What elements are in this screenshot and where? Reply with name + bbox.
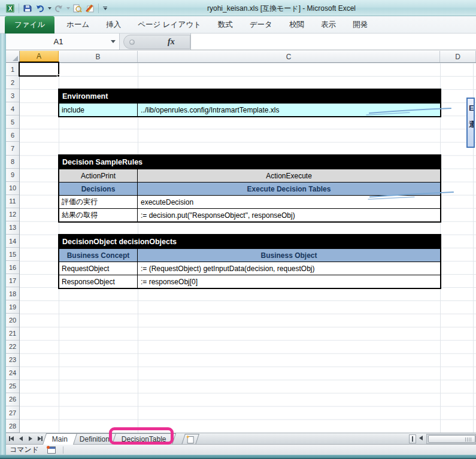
undo-dropdown-icon[interactable] xyxy=(48,7,51,10)
scrollbar-thumb[interactable] xyxy=(428,435,475,443)
status-bar: コマンド xyxy=(6,444,476,455)
next-sheet-icon[interactable] xyxy=(26,434,35,443)
cell-c[interactable]: Business Object xyxy=(138,249,440,262)
row-header-20[interactable]: 20 xyxy=(6,314,19,327)
cell-c[interactable]: executeDecision xyxy=(138,196,440,208)
name-box[interactable]: A1 xyxy=(6,34,120,50)
rule-table-3: DecisionObject decisionObjectsBusiness C… xyxy=(58,234,441,289)
cell-b[interactable]: include xyxy=(59,104,138,116)
column-header-A[interactable]: A xyxy=(20,51,59,62)
function-dot-icon xyxy=(129,39,135,45)
ribbon-tab-挿入[interactable]: 挿入 xyxy=(98,16,129,34)
row-header-24[interactable]: 24 xyxy=(6,367,19,380)
row-header-9[interactable]: 9 xyxy=(6,169,19,182)
row-header-27[interactable]: 27 xyxy=(6,406,19,420)
design-mode-icon[interactable] xyxy=(84,3,95,14)
customize-toolbar-icon[interactable] xyxy=(102,5,108,11)
ribbon-tab-ファイル[interactable]: ファイル xyxy=(5,16,54,34)
sheet-tab-label: DecisionTable xyxy=(122,435,166,443)
title-bar[interactable]: X ryohi_k xyxy=(0,0,476,16)
window-frame-bottom xyxy=(0,455,476,459)
row-header-17[interactable]: 17 xyxy=(6,274,19,287)
cell-c[interactable]: := responseObj[0] xyxy=(138,275,440,288)
ribbon-tab-データ[interactable]: データ xyxy=(241,16,281,34)
print-preview-icon[interactable] xyxy=(72,3,83,14)
select-all-corner[interactable] xyxy=(6,51,20,63)
sheet-tab-bar: MainDefinitionDecisionTable xyxy=(6,433,476,444)
cell-c[interactable]: ../lib/openrules.config/IntramartTemplat… xyxy=(138,104,440,116)
window-frame-left xyxy=(0,34,6,455)
fx-button[interactable]: fx xyxy=(168,37,175,47)
undo-icon[interactable] xyxy=(35,3,46,14)
cell-c[interactable]: Execute Decision Tables xyxy=(138,183,440,195)
cell-b[interactable]: 評価の実行 xyxy=(59,196,138,208)
cell-c[interactable]: := (RequestObject) getInputData(decision… xyxy=(138,262,440,275)
ribbon-tab-表示[interactable]: 表示 xyxy=(313,16,344,34)
cell-b[interactable]: Business Concept xyxy=(59,249,138,262)
row-header-7[interactable]: 7 xyxy=(6,142,19,155)
row-header-16[interactable]: 16 xyxy=(6,261,19,274)
table-row: RequestObject:= (RequestObject) getInput… xyxy=(59,262,440,275)
note-fragment: 遷 xyxy=(469,118,475,131)
ribbon-tab-bar: ファイルホーム挿入ページ レイアウト数式データ校閲表示開発 xyxy=(0,16,476,34)
row-header-2[interactable]: 2 xyxy=(6,76,19,89)
column-header-C[interactable]: C xyxy=(138,51,440,62)
redo-dropdown-icon[interactable] xyxy=(66,7,70,10)
cell-b[interactable]: ResponseObject xyxy=(59,275,138,288)
horizontal-scrollbar[interactable] xyxy=(426,434,476,444)
row-header-12[interactable]: 12 xyxy=(6,208,19,221)
save-icon[interactable] xyxy=(22,3,33,14)
column-header-B[interactable]: B xyxy=(59,51,138,62)
ribbon-tab-開発[interactable]: 開発 xyxy=(344,16,376,34)
row-header-10[interactable]: 10 xyxy=(6,182,19,195)
ribbon-tab-ページ レイアウト[interactable]: ページ レイアウト xyxy=(129,16,210,34)
insert-worksheet-tab[interactable] xyxy=(181,434,199,445)
insert-worksheet-icon xyxy=(187,436,193,443)
cell-c[interactable]: ActionExecute xyxy=(138,169,440,182)
first-sheet-icon[interactable] xyxy=(7,434,16,443)
macro-record-icon[interactable] xyxy=(47,446,56,454)
cell-b[interactable]: Decisions xyxy=(59,183,138,195)
row-header-6[interactable]: 6 xyxy=(6,129,19,142)
row-header-28[interactable]: 28 xyxy=(6,420,19,433)
cell-c[interactable]: := decision.put("ResponseObject", respon… xyxy=(138,209,440,221)
fill-handle[interactable] xyxy=(57,74,60,77)
ribbon-tab-ホーム[interactable]: ホーム xyxy=(58,16,98,34)
excel-logo-icon[interactable]: X xyxy=(5,3,16,14)
cell-b[interactable]: RequestObject xyxy=(59,262,138,275)
row-header-25[interactable]: 25 xyxy=(6,380,19,393)
table-title: Decision SampleRules xyxy=(59,156,440,169)
row-header-1[interactable]: 1 xyxy=(6,63,19,76)
scroll-left-icon[interactable] xyxy=(419,436,423,440)
row-header-21[interactable]: 21 xyxy=(6,327,19,341)
table-row: Business ConceptBusiness Object xyxy=(59,248,440,262)
row-header-23[interactable]: 23 xyxy=(6,354,19,367)
row-header-14[interactable]: 14 xyxy=(6,235,19,248)
row-header-5[interactable]: 5 xyxy=(6,115,19,129)
row-header-4[interactable]: 4 xyxy=(6,102,19,115)
name-box-dropdown-icon[interactable] xyxy=(111,40,116,43)
redo-icon[interactable] xyxy=(53,3,64,14)
row-header-13[interactable]: 13 xyxy=(6,221,19,235)
window-title: ryohi_keisan.xls [互換モード] - Microsoft Exc… xyxy=(207,4,356,14)
formula-input[interactable] xyxy=(190,34,476,50)
ribbon-tab-数式[interactable]: 数式 xyxy=(210,16,241,34)
row-header-18[interactable]: 18 xyxy=(6,287,19,300)
row-header-19[interactable]: 19 xyxy=(6,300,19,314)
row-header-3[interactable]: 3 xyxy=(6,89,19,102)
column-header-D[interactable]: D xyxy=(440,51,476,62)
sheet-tab-Main[interactable]: Main xyxy=(43,433,77,445)
ribbon-tab-校閲[interactable]: 校閲 xyxy=(281,16,313,34)
prev-sheet-icon[interactable] xyxy=(17,434,25,443)
tab-split-handle[interactable] xyxy=(409,434,416,443)
row-header-26[interactable]: 26 xyxy=(6,393,19,406)
row-header-8[interactable]: 8 xyxy=(6,156,19,169)
table-row: DecisionsExecute Decision Tables xyxy=(59,182,440,195)
sheet-tab-DecisionTable[interactable]: DecisionTable xyxy=(112,433,176,445)
row-header-22[interactable]: 22 xyxy=(6,341,19,354)
row-header-15[interactable]: 15 xyxy=(6,248,19,261)
cell-b[interactable]: 結果の取得 xyxy=(59,209,138,221)
row-header-11[interactable]: 11 xyxy=(6,195,19,208)
formula-bar: A1 fx xyxy=(6,34,476,50)
cell-b[interactable]: ActionPrint xyxy=(59,169,138,182)
